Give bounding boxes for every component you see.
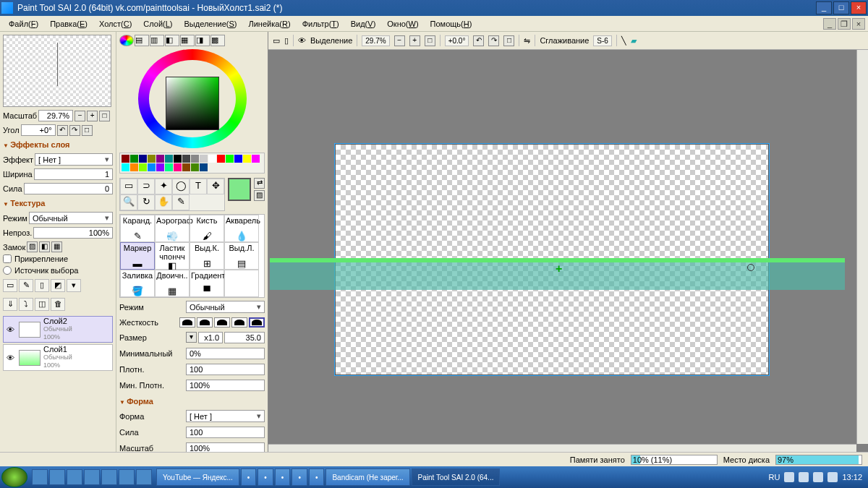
- toolbar-rot-cw[interactable]: ↷: [488, 35, 499, 46]
- blend-mode-dropdown[interactable]: Обычный: [29, 212, 113, 224]
- rotate-tool[interactable]: ↻: [137, 194, 155, 210]
- shape-tool[interactable]: ◯: [172, 179, 190, 194]
- clipping-checkbox[interactable]: Прикрепление: [3, 254, 113, 263]
- swatch[interactable]: [148, 163, 156, 171]
- new-mask-button[interactable]: ◩: [51, 279, 65, 292]
- swatch[interactable]: [156, 163, 164, 171]
- rotate-reset-button[interactable]: □: [82, 125, 93, 136]
- task-4[interactable]: •: [292, 468, 307, 486]
- menu-помощь[interactable]: Помощь(H): [425, 18, 478, 30]
- brush-3[interactable]: Акварель💧: [224, 215, 259, 242]
- menu-холст[interactable]: Холст(C): [93, 18, 137, 30]
- swatch[interactable]: [156, 155, 164, 163]
- ql-6[interactable]: [119, 469, 135, 485]
- ql-3[interactable]: [67, 469, 82, 485]
- shape-dropdown[interactable]: [ Нет ]: [186, 410, 265, 422]
- move-tool[interactable]: ✥: [207, 179, 224, 194]
- swatch[interactable]: [165, 155, 173, 163]
- menu-окно[interactable]: Окно(W): [381, 18, 424, 30]
- effect-dropdown[interactable]: [ Нет ]: [35, 153, 113, 166]
- lock-pixels-button[interactable]: ◧: [39, 241, 50, 252]
- lock-all-button[interactable]: ▦: [51, 241, 62, 252]
- transparent-toggle[interactable]: ▨: [254, 190, 265, 201]
- tray-icon-3[interactable]: [813, 472, 823, 482]
- selection-source-checkbox[interactable]: Источник выбора: [3, 266, 113, 275]
- swatch[interactable]: [139, 155, 147, 163]
- layer-fx-header[interactable]: Эффекты слоя: [3, 137, 113, 150]
- brush-mode-dropdown[interactable]: Обычный: [186, 301, 265, 313]
- angle-value[interactable]: +0°: [21, 124, 56, 136]
- zoom-tool[interactable]: 🔍: [120, 194, 137, 210]
- color-mixer-mode[interactable]: ◧: [165, 35, 179, 46]
- tray-icon-1[interactable]: [784, 472, 794, 482]
- mdi-close[interactable]: ×: [852, 18, 865, 30]
- eye-icon[interactable]: 👁: [298, 36, 306, 45]
- ql-1[interactable]: [32, 469, 48, 485]
- color-swatch-mode[interactable]: ▦: [180, 35, 195, 46]
- task-0[interactable]: YouTube — Яндекс...: [156, 468, 239, 486]
- density-value[interactable]: 100: [186, 364, 265, 375]
- swatch[interactable]: [226, 155, 234, 163]
- toolbar-zoom-out[interactable]: −: [394, 35, 405, 46]
- brush-11[interactable]: [224, 270, 259, 297]
- swatch[interactable]: [122, 163, 129, 171]
- line-tool-icon[interactable]: ╲: [621, 36, 626, 46]
- menu-правка[interactable]: Правка(E): [44, 18, 93, 30]
- minimize-button[interactable]: _: [816, 1, 832, 14]
- min-density-value[interactable]: 100%: [186, 380, 265, 391]
- tray-icon-4[interactable]: [827, 472, 838, 482]
- new-layer-button[interactable]: ▭: [3, 279, 17, 292]
- toolbar-zoom-in[interactable]: +: [409, 35, 420, 46]
- new-folder-button[interactable]: ▯: [35, 279, 49, 292]
- new-linework-button[interactable]: ✎: [19, 279, 33, 292]
- task-5[interactable]: •: [309, 468, 325, 486]
- swap-colors-button[interactable]: ⇄: [254, 178, 265, 189]
- foreground-color[interactable]: [228, 178, 251, 201]
- brush-0[interactable]: Каранд.✎: [120, 215, 155, 242]
- navigator-preview[interactable]: [3, 35, 111, 107]
- size-value[interactable]: 35.0: [224, 332, 265, 343]
- menu-фильтр[interactable]: Фильтр(T): [297, 18, 345, 30]
- menu-вид[interactable]: Вид(V): [345, 18, 382, 30]
- swatch[interactable]: [130, 155, 138, 163]
- swatch[interactable]: [182, 163, 190, 171]
- merge-down-button[interactable]: ⇓: [3, 298, 17, 311]
- viewport[interactable]: +: [270, 50, 856, 444]
- mdi-restore[interactable]: ❐: [838, 18, 851, 30]
- brush-5[interactable]: Ластик чпончч◧: [155, 242, 190, 270]
- perspective-icon[interactable]: ▰: [631, 36, 637, 46]
- brush-4[interactable]: Маркер▬: [120, 242, 155, 270]
- swatch[interactable]: [174, 163, 182, 171]
- color-scratch-mode[interactable]: ◨: [195, 35, 210, 46]
- brush-6[interactable]: Выд.К.⊞: [190, 242, 224, 270]
- task-1[interactable]: •: [241, 468, 257, 486]
- swatch[interactable]: [122, 155, 129, 163]
- color-wheel[interactable]: [138, 49, 247, 148]
- brush-1[interactable]: Аэрограф💨: [155, 215, 190, 242]
- zoom-in-button[interactable]: +: [87, 111, 98, 121]
- swatch[interactable]: [200, 155, 208, 163]
- color-wheel-mode[interactable]: [119, 35, 134, 46]
- rect-select-tool[interactable]: ▭: [120, 179, 137, 194]
- hardness-picker[interactable]: [179, 317, 265, 328]
- swatch[interactable]: [217, 155, 225, 163]
- toolbar-zoom[interactable]: 29.7%: [362, 35, 389, 46]
- smoothing-value[interactable]: S-6: [593, 35, 612, 46]
- swatch[interactable]: [191, 163, 199, 171]
- brush-7[interactable]: Выд.Л.▤: [224, 242, 259, 270]
- visibility-icon[interactable]: 👁: [4, 354, 16, 362]
- swatch[interactable]: [174, 155, 182, 163]
- swatch[interactable]: [139, 163, 147, 171]
- min-size-value[interactable]: 0%: [186, 348, 265, 359]
- menu-линейка[interactable]: Линейка(R): [243, 18, 297, 30]
- mirror-icon[interactable]: ⇋: [524, 36, 530, 46]
- toolbar-rot-reset[interactable]: □: [503, 35, 514, 46]
- brush-8[interactable]: Заливка🪣: [120, 270, 155, 297]
- task-2[interactable]: •: [258, 468, 273, 486]
- swatch[interactable]: [165, 163, 173, 171]
- clock[interactable]: 13:12: [842, 473, 862, 481]
- swatch[interactable]: [200, 163, 208, 171]
- rotate-ccw-button[interactable]: ↶: [57, 125, 68, 136]
- ql-4[interactable]: [84, 469, 100, 485]
- mdi-minimize[interactable]: _: [823, 18, 836, 30]
